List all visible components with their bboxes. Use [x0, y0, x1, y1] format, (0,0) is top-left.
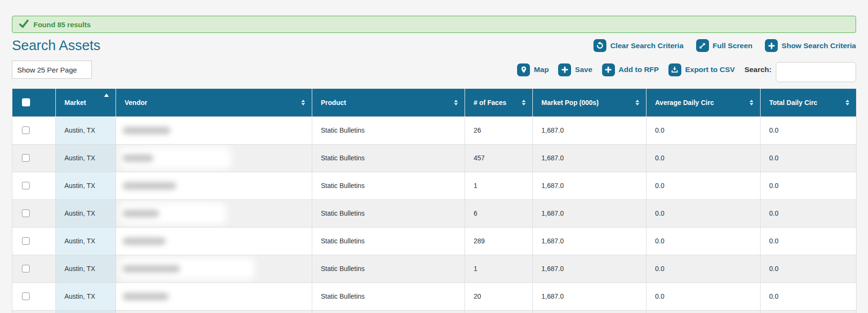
market-cell: Austin, TX — [56, 282, 116, 310]
table-row-partial — [12, 310, 857, 313]
column-header-market-pop[interactable]: Market Pop (000s) — [533, 89, 646, 116]
row-checkbox[interactable] — [22, 126, 30, 134]
column-header-vendor[interactable]: Vendor — [116, 89, 312, 116]
column-header-avg-daily-circ[interactable]: Average Daily Circ — [646, 89, 761, 116]
header-actions: Clear Search Criteria Full Screen — [593, 39, 856, 52]
row-checkbox[interactable] — [22, 237, 30, 245]
column-label: Average Daily Circ — [655, 99, 714, 106]
plus-icon — [765, 39, 778, 52]
search-input[interactable] — [776, 62, 856, 82]
sort-icon — [635, 100, 639, 105]
toolbar: Show 25 Per Page Map Save — [12, 57, 856, 82]
market-pop-cell: 1,687.0 — [533, 255, 646, 282]
avg-daily-circ-cell: 0.0 — [646, 116, 761, 144]
market-cell: Austin, TX — [56, 255, 116, 282]
select-all-header — [12, 89, 56, 116]
show-search-criteria-button[interactable]: Show Search Criteria — [765, 39, 856, 52]
faces-cell: 6 — [465, 199, 533, 227]
table-row: Austin, TX Static Bulletins 20 1,687.0 0… — [12, 282, 857, 310]
product-cell: Static Bulletins — [312, 199, 465, 227]
column-header-total-daily-circ[interactable]: Total Daily Circ — [761, 89, 857, 116]
sort-icon — [522, 100, 526, 105]
save-label: Save — [575, 65, 592, 74]
row-checkbox[interactable] — [22, 182, 30, 189]
undo-icon — [593, 39, 606, 52]
product-cell: Static Bulletins — [312, 172, 465, 199]
table-row: Austin, TX Static Bulletins 457 1,687.0 … — [12, 144, 857, 172]
plus-icon — [602, 63, 615, 76]
market-pop-cell: 1,687.0 — [533, 227, 646, 255]
product-cell: Static Bulletins — [312, 227, 465, 255]
faces-cell: 289 — [465, 227, 533, 255]
vendor-redacted — [116, 117, 312, 144]
table-row: Austin, TX Static Bulletins 26 1,687.0 0… — [12, 116, 857, 144]
page-title: Search Assets — [12, 38, 100, 53]
map-button[interactable]: Map — [517, 63, 549, 76]
column-label: Total Daily Circ — [769, 99, 817, 106]
avg-daily-circ-cell: 0.0 — [646, 144, 761, 172]
heading-row: Search Assets Clear Search Criteria — [12, 38, 856, 53]
vendor-cell — [116, 144, 312, 172]
select-all-checkbox[interactable] — [22, 98, 30, 106]
sort-asc-icon — [104, 94, 109, 97]
search-group: Search: — [744, 57, 856, 82]
table-row: Austin, TX Static Bulletins 6 1,687.0 0.… — [12, 199, 857, 227]
avg-daily-circ-cell: 0.0 — [646, 172, 761, 199]
export-to-csv-button[interactable]: Export to CSV — [668, 63, 735, 76]
map-label: Map — [534, 65, 549, 74]
avg-daily-circ-cell: 0.0 — [646, 255, 761, 282]
column-header-market[interactable]: Market — [56, 89, 116, 116]
toolbar-actions: Map Save Add to RFP — [517, 57, 856, 82]
map-pin-icon — [517, 63, 530, 76]
market-cell: Austin, TX — [56, 199, 116, 227]
market-cell: Austin, TX — [56, 116, 116, 144]
market-cell: Austin, TX — [56, 227, 116, 255]
market-pop-cell: 1,687.0 — [533, 144, 646, 172]
vendor-redacted — [116, 228, 312, 255]
market-cell: Austin, TX — [56, 172, 116, 199]
market-pop-cell: 1,687.0 — [533, 116, 646, 144]
market-cell: Austin, TX — [56, 144, 116, 172]
clear-search-criteria-button[interactable]: Clear Search Criteria — [593, 39, 683, 52]
row-checkbox[interactable] — [22, 292, 30, 300]
show-search-criteria-label: Show Search Criteria — [782, 42, 856, 50]
column-label: Market Pop (000s) — [541, 99, 599, 106]
save-button[interactable]: Save — [558, 63, 592, 76]
vendor-redacted — [116, 200, 312, 227]
download-icon — [668, 63, 681, 76]
sort-icon — [846, 100, 849, 105]
column-label: Market — [64, 99, 86, 106]
vendor-cell — [116, 116, 312, 144]
vendor-cell — [116, 282, 312, 310]
per-page-select[interactable]: Show 25 Per Page — [12, 61, 92, 79]
avg-daily-circ-cell: 0.0 — [646, 227, 761, 255]
faces-cell: 1 — [465, 172, 533, 199]
table-row: Austin, TX Static Bulletins 1 1,687.0 0.… — [12, 255, 857, 282]
row-checkbox[interactable] — [22, 265, 30, 272]
total-daily-circ-cell: 0.0 — [761, 172, 857, 199]
table-row: Austin, TX Static Bulletins 1 1,687.0 0.… — [12, 172, 857, 199]
product-cell: Static Bulletins — [312, 116, 465, 144]
column-header-product[interactable]: Product — [312, 89, 465, 116]
row-checkbox[interactable] — [22, 209, 30, 217]
product-cell: Static Bulletins — [312, 282, 465, 310]
column-header-faces[interactable]: # of Faces — [465, 89, 533, 116]
market-pop-cell: 1,687.0 — [533, 282, 646, 310]
expand-icon — [696, 39, 709, 52]
check-icon — [19, 20, 29, 30]
results-banner: Found 85 results — [12, 16, 856, 33]
faces-cell: 26 — [465, 116, 533, 144]
add-to-rfp-button[interactable]: Add to RFP — [602, 63, 659, 76]
row-checkbox[interactable] — [22, 154, 30, 162]
vendor-redacted — [116, 283, 312, 310]
full-screen-label: Full Screen — [713, 42, 753, 50]
vendor-cell — [116, 227, 312, 255]
faces-cell: 1 — [465, 255, 533, 282]
avg-daily-circ-cell: 0.0 — [646, 199, 761, 227]
results-banner-text: Found 85 results — [33, 21, 91, 29]
vendor-redacted — [116, 145, 312, 172]
sort-icon — [750, 100, 753, 105]
full-screen-button[interactable]: Full Screen — [696, 39, 753, 52]
table-row: Austin, TX Static Bulletins 289 1,687.0 … — [12, 227, 857, 255]
faces-cell: 20 — [465, 282, 533, 310]
